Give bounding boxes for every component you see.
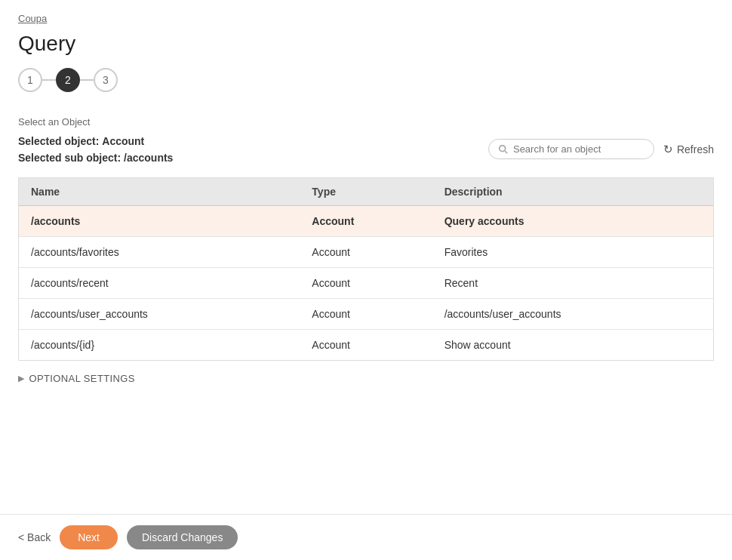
table-header: Name Type Description <box>19 178 713 206</box>
cell-type: Account <box>300 330 432 361</box>
cell-type: Account <box>300 237 432 268</box>
col-description: Description <box>432 178 713 206</box>
search-input[interactable] <box>513 143 644 155</box>
refresh-button[interactable]: ↻ Refresh <box>663 143 714 156</box>
selected-object-info: Selected object: Account <box>18 135 173 147</box>
svg-point-0 <box>500 145 506 151</box>
cell-type: Account <box>300 268 432 299</box>
cell-name: /accounts/favorites <box>19 237 300 268</box>
col-name: Name <box>19 178 300 206</box>
table-row[interactable]: /accounts/{id} Account Show account <box>19 330 713 361</box>
cell-name: /accounts/recent <box>19 268 300 299</box>
back-button[interactable]: < Back <box>18 531 51 543</box>
table-row[interactable]: /accounts/recent Account Recent <box>19 268 713 299</box>
optional-settings-toggle[interactable]: ▶ OPTIONAL SETTINGS <box>18 373 714 384</box>
selected-sub-object-info: Selected sub object: /accounts <box>18 152 173 164</box>
table-row[interactable]: /accounts/favorites Account Favorites <box>19 237 713 268</box>
search-refresh-row: ↻ Refresh <box>488 139 714 159</box>
discard-changes-button[interactable]: Discard Changes <box>127 525 238 549</box>
step-connector-1 <box>42 79 56 81</box>
step-connector-2 <box>80 79 94 81</box>
cell-description: /accounts/user_accounts <box>432 299 713 330</box>
cell-name: /accounts/{id} <box>19 330 300 361</box>
cell-description: Query accounts <box>432 206 713 237</box>
selected-sub-object-value: /accounts <box>124 152 173 164</box>
next-button[interactable]: Next <box>60 525 118 549</box>
step-1[interactable]: 1 <box>18 68 42 92</box>
table-header-row: Name Type Description <box>19 178 713 206</box>
col-type: Type <box>300 178 432 206</box>
table-row[interactable]: /accounts/user_accounts Account /account… <box>19 299 713 330</box>
data-table: Name Type Description /accounts Account … <box>19 178 713 360</box>
table-wrapper: Name Type Description /accounts Account … <box>18 177 714 361</box>
cell-type: Account <box>300 206 432 237</box>
table-row[interactable]: /accounts Account Query accounts <box>19 206 713 237</box>
refresh-icon: ↻ <box>663 143 673 156</box>
search-box <box>488 139 654 159</box>
cell-type: Account <box>300 299 432 330</box>
cell-name: /accounts/user_accounts <box>19 299 300 330</box>
section-label: Select an Object <box>18 116 714 128</box>
cell-description: Recent <box>432 268 713 299</box>
search-icon <box>498 144 509 155</box>
step-2[interactable]: 2 <box>56 68 80 92</box>
step-3[interactable]: 3 <box>94 68 118 92</box>
info-left: Selected object: Account Selected sub ob… <box>18 135 173 168</box>
svg-line-1 <box>505 151 507 153</box>
cell-description: Show account <box>432 330 713 361</box>
stepper: 1 2 3 <box>18 68 714 92</box>
cell-name: /accounts <box>19 206 300 237</box>
cell-description: Favorites <box>432 237 713 268</box>
info-search-row: Selected object: Account Selected sub ob… <box>18 135 714 168</box>
table-body: /accounts Account Query accounts /accoun… <box>19 206 713 361</box>
chevron-right-icon: ▶ <box>18 374 24 383</box>
bottom-toolbar: < Back Next Discard Changes <box>0 514 732 560</box>
page-container: Coupa Query 1 2 3 Select an Object Selec… <box>0 0 732 560</box>
breadcrumb-coupa[interactable]: Coupa <box>18 13 47 24</box>
page-title: Query <box>18 32 714 56</box>
selected-object-value: Account <box>102 135 144 147</box>
optional-settings-label: OPTIONAL SETTINGS <box>29 373 135 384</box>
